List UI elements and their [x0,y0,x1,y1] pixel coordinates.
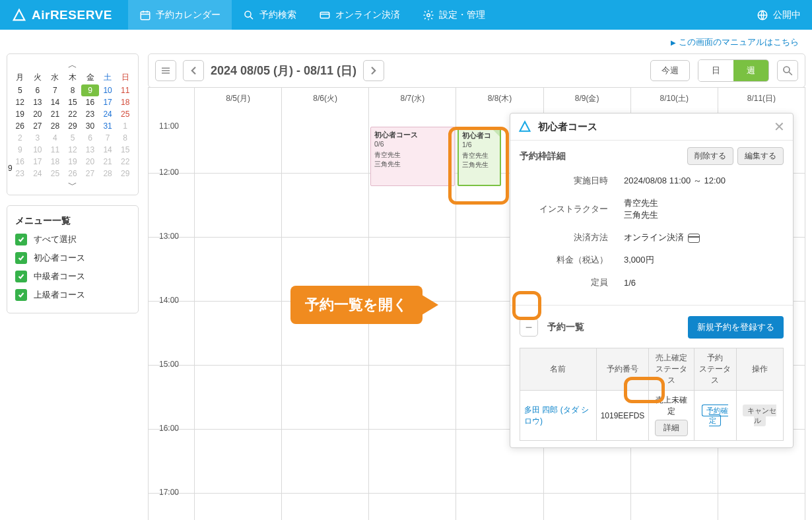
mini-cal-day[interactable]: 22 [116,156,134,168]
mini-cal-day[interactable]: 10 [29,144,47,156]
mini-cal-day[interactable]: 29 [64,120,82,132]
event-teachers: 青空先生 三角先生 [462,152,489,168]
mini-cal-day[interactable]: 5 [11,84,29,96]
sales-detail-button[interactable]: 詳細 [655,420,688,436]
nav-payment[interactable]: オンライン決済 [308,0,411,30]
mini-cal-day[interactable]: 3 [29,132,47,144]
day-view-button[interactable]: 日 [698,60,733,81]
mini-cal-day[interactable]: 18 [46,156,64,168]
mini-cal-day[interactable]: 19 [64,156,82,168]
mini-cal-day[interactable]: 8 [116,132,134,144]
nav-search[interactable]: 予約検索 [232,0,308,30]
mini-cal-day[interactable]: 5 [64,132,82,144]
prev-week-button[interactable] [183,60,204,81]
mini-cal-day[interactable]: 23 [81,108,99,120]
mini-cal-day[interactable]: 29 [116,168,134,179]
mini-cal-day[interactable]: 26 [11,120,29,132]
menu-item[interactable]: 初心者コース [15,252,130,264]
this-week-button[interactable]: 今週 [650,60,690,81]
mini-cal-day[interactable]: 13 [29,96,47,108]
mini-cal-day[interactable]: 22 [64,108,82,120]
mini-cal-day[interactable]: 20 [81,156,99,168]
week-view-button[interactable]: 週 [733,60,768,81]
mini-cal-day[interactable]: 17 [29,156,47,168]
cancel-label: キャンセル [747,406,776,424]
mini-cal-day[interactable]: 17 [99,96,117,108]
close-icon[interactable]: ✕ [774,119,785,135]
chevron-left-icon [187,65,199,77]
menu-item[interactable]: 上級者コース [15,289,130,301]
nav-search-label: 予約検索 [259,9,296,21]
mini-cal-day[interactable]: 24 [29,168,47,179]
edit-button[interactable]: 編集する [737,147,784,165]
mini-cal-day[interactable]: 11 [46,144,64,156]
mini-cal-day[interactable]: 15 [64,96,82,108]
view-segment: 日 週 [698,59,769,82]
mini-cal-day[interactable]: 25 [46,168,64,179]
mini-calendar-prev[interactable]: ︿ [11,59,134,69]
mini-cal-day[interactable]: 15 [116,144,134,156]
mini-cal-day[interactable]: 28 [99,168,117,179]
mini-cal-day[interactable]: 27 [81,168,99,179]
event-wed-beginner[interactable]: 初心者コース 0/6 青空先生 三角先生 [370,127,455,186]
mini-cal-day[interactable]: 30 [81,120,99,132]
mini-cal-day[interactable]: 12 [64,144,82,156]
mini-cal-day[interactable]: 25 [116,108,134,120]
mini-cal-day[interactable]: 7 [99,132,117,144]
mini-cal-day[interactable]: 21 [99,156,117,168]
mini-cal-day[interactable]: 1 [116,120,134,132]
mini-cal-day[interactable]: 16 [11,156,29,168]
mini-cal-day[interactable]: 14 [46,96,64,108]
nav-publish[interactable]: 公開中 [745,0,812,30]
mini-cal-day[interactable]: 7 [46,84,64,96]
mini-cal-day[interactable]: 16 [81,96,99,108]
mini-cal-day[interactable]: 26 [64,168,82,179]
mini-cal-day[interactable]: 19 [11,108,29,120]
edit-label: 編集する [745,151,776,160]
new-reservation-button[interactable]: 新規予約を登録する [688,316,784,339]
customer-name-link[interactable]: 多田 四郎 (タダ シロウ) [520,391,597,441]
mini-cal-day[interactable]: 8 [64,84,82,96]
globe-icon [757,9,768,21]
mini-cal-day[interactable]: 20 [29,108,47,120]
table-header: 操作 [736,348,783,391]
mini-cal-day[interactable]: 24 [99,108,117,120]
mini-cal-day[interactable]: 9 [11,144,29,156]
nav-calendar[interactable]: 予約カレンダー [128,0,232,30]
delete-button[interactable]: 削除する [687,147,733,165]
cancel-button[interactable]: キャンセル [743,405,776,426]
mini-cal-day[interactable]: 11 [116,84,134,96]
event-thu-beginner[interactable]: 初心者コ 1/6 青空先生 三角先生 [457,127,501,186]
menu-select-all[interactable]: すべて選択 [15,234,130,245]
search-button[interactable] [777,60,798,81]
hamburger-button[interactable] [155,60,176,81]
mini-cal-day[interactable]: 2 [11,132,29,144]
mini-cal-day[interactable]: 31 [99,120,117,132]
mini-cal-day[interactable]: 12 [11,96,29,108]
mini-cal-day[interactable]: 9 [81,84,99,96]
next-week-button[interactable] [363,60,384,81]
label-capacity: 定員 [521,272,620,293]
mini-cal-day[interactable]: 6 [29,84,47,96]
mini-cal-day[interactable]: 6 [81,132,99,144]
day-column[interactable] [195,110,282,520]
expand-toggle-button[interactable]: − [520,318,538,337]
menu-list-box: メニュー一覧 すべて選択 初心者コース 中級者コース 上級者コース [7,205,139,313]
mini-cal-day[interactable]: 28 [46,120,64,132]
manual-link[interactable]: この画面のマニュアルはこちら [671,36,799,48]
mini-cal-day[interactable]: 4 [46,132,64,144]
mini-cal-day[interactable]: 27 [29,120,47,132]
value-capacity: 1/6 [621,272,782,293]
mini-cal-day[interactable]: 14 [99,144,117,156]
mini-cal-day[interactable]: 23 [11,168,29,179]
mini-calendar-next[interactable]: ﹀ [11,179,134,189]
nav-settings[interactable]: 設定・管理 [411,0,496,30]
mini-cal-day[interactable]: 21 [46,108,64,120]
mini-cal-day[interactable]: 18 [116,96,134,108]
sales-detail-label: 詳細 [663,423,679,432]
menu-item[interactable]: 中級者コース [15,271,130,282]
mini-cal-day[interactable]: 10 [99,84,117,96]
mini-cal-day[interactable]: 13 [81,144,99,156]
calendar-icon [139,9,151,21]
checkbox-checked-icon [15,289,27,301]
